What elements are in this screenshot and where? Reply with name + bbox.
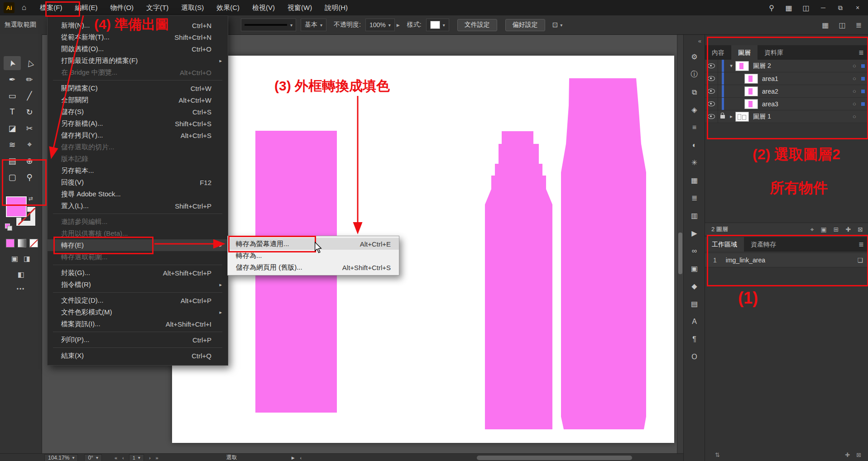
menu-view[interactable]: 檢視(V) bbox=[246, 0, 281, 15]
menu-item-scripts[interactable]: 指令檔(R)▸ bbox=[48, 279, 228, 290]
swatches-icon[interactable]: ▦ bbox=[691, 171, 698, 189]
line-segment-tool-icon[interactable]: ╱ bbox=[21, 89, 38, 103]
layer-row-layer1[interactable]: ▸ 圖層 1 ○ bbox=[705, 110, 868, 123]
menu-item-revert[interactable]: 回復(V)F12 bbox=[48, 176, 228, 188]
submenu-item-save-for-web-legacy[interactable]: 儲存為網頁用 (舊版)...Alt+Shift+Ctrl+S bbox=[228, 261, 399, 273]
first-artboard-icon[interactable]: « bbox=[115, 455, 117, 461]
visibility-eye-icon[interactable] bbox=[705, 60, 718, 72]
menu-type[interactable]: 文字(T) bbox=[140, 0, 175, 15]
collapse-panels-icon[interactable]: « bbox=[698, 38, 701, 44]
menu-item-exit[interactable]: 結束(X)Ctrl+Q bbox=[48, 350, 228, 361]
stroke-style-dropdown[interactable]: ▾ bbox=[241, 19, 296, 31]
menu-lines-icon[interactable]: ≣ bbox=[856, 21, 862, 29]
magenta-small-bottle-shape[interactable] bbox=[485, 131, 552, 429]
horizontal-scrollbar-thumb[interactable] bbox=[477, 456, 632, 460]
appearance-icon[interactable]: ◈ bbox=[691, 101, 697, 119]
artboard-row[interactable]: 1 img_link_area ❏ bbox=[705, 253, 868, 267]
new-layer-icon[interactable]: ✚ bbox=[846, 226, 851, 233]
locate-object-icon[interactable]: ⌖ bbox=[810, 226, 814, 233]
snap-options-dropdown[interactable]: ⊡ ▾ bbox=[552, 21, 563, 29]
menu-object[interactable]: 物件(O) bbox=[104, 0, 140, 15]
tab-artboards[interactable]: 工作區域 bbox=[705, 237, 744, 252]
eyedropper-tool-icon[interactable]: ⌖ bbox=[21, 138, 38, 152]
blend-tool-icon[interactable]: ⊕ bbox=[21, 154, 38, 168]
grid-icon[interactable]: ▦ bbox=[822, 21, 829, 29]
menu-item-save-as-template[interactable]: 另存範本... bbox=[48, 165, 228, 176]
new-sublayer-icon[interactable]: ⊞ bbox=[834, 226, 839, 233]
tab-content[interactable]: 內容 bbox=[705, 45, 731, 60]
menu-item-package[interactable]: 封裝(G)...Alt+Shift+Ctrl+P bbox=[48, 267, 228, 279]
gradient-tool-icon[interactable]: ▤ bbox=[4, 154, 21, 168]
default-fill-stroke-icon[interactable] bbox=[5, 223, 12, 230]
transparency-icon[interactable]: ◐ bbox=[692, 136, 697, 154]
color-fill-icon[interactable] bbox=[6, 239, 14, 247]
expand-caret-icon[interactable]: ▸ bbox=[727, 114, 735, 119]
artboard-number-dropdown[interactable]: 1 ▾ bbox=[129, 454, 144, 461]
previous-artboard-icon[interactable]: ‹ bbox=[122, 455, 124, 461]
target-circle-icon[interactable]: ○ bbox=[848, 75, 861, 82]
menu-edit[interactable]: 編輯(E) bbox=[68, 0, 104, 15]
menu-select[interactable]: 選取(S) bbox=[175, 0, 210, 15]
menu-item-document-color-mode[interactable]: 文件色彩模式(M)▸ bbox=[48, 306, 228, 318]
visibility-eye-icon[interactable] bbox=[705, 110, 718, 123]
opacity-dropdown[interactable]: 100% ▾ bbox=[365, 19, 395, 31]
swap-fill-stroke-icon[interactable]: ⇄ bbox=[29, 195, 33, 202]
status-arrow-icon[interactable]: ▶ bbox=[292, 456, 295, 460]
target-circle-icon[interactable]: ○ bbox=[848, 62, 861, 69]
rectangle-tool-icon[interactable]: ▭ bbox=[4, 89, 21, 103]
object-row-area1[interactable]: area1 ○ bbox=[705, 72, 868, 85]
opentype-panel-icon[interactable]: O bbox=[691, 348, 697, 366]
document-setup-button[interactable]: 文件設定 bbox=[457, 19, 497, 31]
object-row-area2[interactable]: area2 ○ bbox=[705, 85, 868, 98]
menu-item-search-adobe-stock[interactable]: 搜尋 Adobe Stock... bbox=[48, 188, 228, 200]
menu-item-open[interactable]: 開啟舊檔(O)...Ctrl+O bbox=[48, 43, 228, 55]
delete-layer-icon[interactable]: ⊠ bbox=[858, 226, 863, 233]
home-icon[interactable]: ⌂ bbox=[22, 3, 26, 12]
minimize-button[interactable]: ─ bbox=[815, 4, 832, 11]
object-name[interactable]: area1 bbox=[762, 75, 848, 82]
submenu-item-export-as[interactable]: 轉存為... bbox=[228, 250, 399, 261]
tab-asset-export[interactable]: 資產轉存 bbox=[744, 237, 783, 252]
tab-libraries[interactable]: 資料庫 bbox=[758, 45, 790, 60]
menu-item-document-setup[interactable]: 文件設定(D)...Alt+Ctrl+P bbox=[48, 295, 228, 306]
panel-menu-icon[interactable]: ≣ bbox=[858, 49, 864, 56]
type-tool-icon[interactable]: T bbox=[4, 105, 21, 119]
zoom-level-dropdown[interactable]: 104.17% ▾ bbox=[44, 454, 78, 461]
layer-name[interactable]: 圖層 2 bbox=[753, 62, 848, 70]
artboard-tool-icon[interactable]: ▢ bbox=[4, 170, 21, 184]
lock-icon[interactable] bbox=[720, 115, 725, 119]
menu-item-save[interactable]: 儲存(S)Ctrl+S bbox=[48, 106, 228, 118]
actions-icon[interactable]: ▶ bbox=[691, 224, 697, 242]
preferences-button[interactable]: 偏好設定 bbox=[505, 19, 545, 31]
menu-item-open-recent[interactable]: 打開最近使用過的檔案(F)▸ bbox=[48, 55, 228, 67]
object-name[interactable]: area2 bbox=[762, 88, 848, 95]
vertical-scrollbar[interactable] bbox=[677, 34, 683, 453]
rotate-tool-icon[interactable]: ↻ bbox=[21, 105, 38, 119]
magenta-large-bottle-shape[interactable] bbox=[561, 78, 646, 429]
lock-column[interactable] bbox=[718, 110, 727, 123]
brush-definition-dropdown[interactable]: 基本 ▾ bbox=[301, 19, 326, 31]
clipping-mask-icon[interactable]: ▣ bbox=[821, 226, 827, 233]
workspace-switcher-icon[interactable]: ▦ bbox=[780, 4, 797, 12]
menu-item-file-info[interactable]: 檔案資訊(I)...Alt+Shift+Ctrl+I bbox=[48, 318, 228, 330]
next-artboard-icon[interactable]: › bbox=[149, 455, 151, 461]
fill-color-swatch[interactable] bbox=[6, 196, 27, 217]
visibility-eye-icon[interactable] bbox=[705, 85, 718, 97]
object-thumbnail[interactable] bbox=[744, 99, 758, 109]
style-dropdown[interactable]: ▾ bbox=[426, 19, 449, 31]
restore-button[interactable]: ⧉ bbox=[832, 4, 849, 12]
width-tool-icon[interactable]: ≋ bbox=[4, 138, 21, 152]
pathfinder-icon[interactable]: ▥ bbox=[691, 207, 698, 224]
transform-icon[interactable]: ⧉ bbox=[692, 83, 697, 101]
menu-item-save-as[interactable]: 另存新檔(A)...Shift+Ctrl+S bbox=[48, 118, 228, 129]
stroke-panel-icon[interactable]: ≡ bbox=[692, 119, 696, 136]
symbols-icon[interactable]: ✳ bbox=[691, 154, 697, 171]
menu-item-close[interactable]: 關閉檔案(C)Ctrl+W bbox=[48, 82, 228, 94]
arrange-documents-icon[interactable]: ◫ bbox=[797, 4, 815, 12]
object-thumbnail[interactable] bbox=[744, 74, 758, 84]
rotation-dropdown[interactable]: 0° ▾ bbox=[84, 454, 102, 461]
object-name[interactable]: area3 bbox=[762, 100, 848, 108]
zoom-tool-icon[interactable]: ⚲ bbox=[21, 170, 38, 184]
screen-mode-icon[interactable]: ◧ bbox=[17, 270, 24, 279]
pencil-tool-icon[interactable]: ✏ bbox=[21, 72, 38, 86]
